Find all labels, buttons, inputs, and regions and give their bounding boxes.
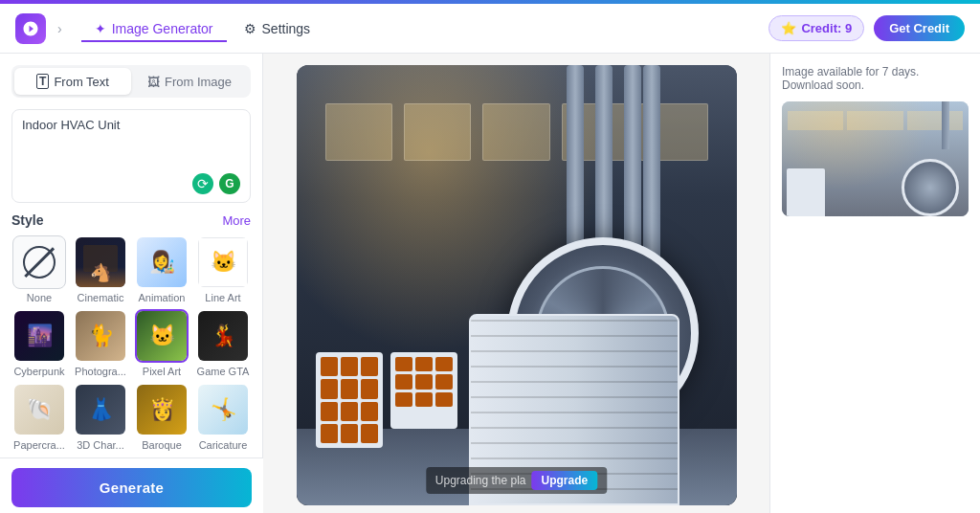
style-section: Style More None [11, 212, 251, 451]
style-name-3d-char: 3D Char... [77, 439, 124, 451]
main-image: Upgrading the pla Upgrade [297, 65, 737, 505]
style-item-papercraf[interactable]: 🐚 Papercra... [11, 383, 67, 451]
style-name-baroque: Baroque [142, 439, 182, 451]
hvac-box [316, 352, 383, 448]
style-thumb-papercraf: 🐚 [12, 383, 66, 436]
none-icon [23, 246, 56, 279]
style-name-cinematic: Cinematic [78, 292, 124, 303]
style-name-cyberpunk: Cyberpunk [13, 366, 64, 377]
prompt-area: ⟳ G [11, 109, 251, 203]
style-name-pixel-art: Pixel Art [143, 366, 181, 377]
style-thumb-3d-char: 👗 [74, 383, 127, 436]
style-item-3d-char[interactable]: 👗 3D Char... [73, 383, 128, 451]
style-item-baroque[interactable]: 👸 Baroque [134, 383, 189, 451]
breadcrumb-chevron: › [57, 21, 62, 36]
thumbnail-image[interactable] [782, 101, 969, 216]
credit-icon: ⭐ [781, 21, 796, 35]
style-item-caricature[interactable]: 🤸 Caricature [195, 383, 251, 451]
style-name-none: None [27, 292, 52, 303]
style-item-line-art[interactable]: 🐱 Line Art [195, 235, 251, 303]
style-header: Style More [11, 212, 251, 228]
windows [297, 103, 737, 161]
style-more-button[interactable]: More [222, 213, 251, 228]
image-gen-icon: ✦ [95, 21, 106, 36]
thumbnail-container [782, 101, 969, 216]
app-logo [15, 13, 46, 44]
generate-button[interactable]: Generate [11, 468, 252, 507]
topbar-right: ⭐ Credit: 9 Get Credit [768, 15, 965, 41]
grammar-icon[interactable]: G [219, 173, 240, 194]
pipe [595, 65, 612, 256]
prompt-icons: ⟳ G [22, 173, 240, 194]
style-thumb-game-gta: 💃 [196, 309, 250, 363]
style-item-cyberpunk[interactable]: 🌆 Cyberpunk [11, 309, 67, 377]
style-thumb-caricature: 🤸 [196, 383, 250, 436]
settings-icon: ⚙ [244, 21, 256, 36]
prompt-input[interactable] [22, 118, 240, 166]
pipe [643, 65, 660, 276]
tab-image-generator[interactable]: ✦ Image Generator [81, 15, 227, 42]
window-pane [404, 103, 471, 161]
style-item-none[interactable]: None [11, 235, 67, 303]
translate-icon[interactable]: ⟳ [192, 173, 213, 194]
style-name-line-art: Line Art [205, 292, 240, 303]
text-icon: T [36, 74, 49, 89]
style-name-game-gta: Game GTA [197, 366, 250, 377]
generate-btn-container: Generate [0, 457, 263, 513]
input-mode-tabs: T From Text 🖼 From Image [11, 65, 251, 98]
image-watermark: Upgrading the pla Upgrade [426, 467, 607, 494]
hvac-boxes [316, 352, 457, 448]
right-panel: Image available for 7 days. Download soo… [769, 54, 980, 513]
style-thumb-animation: 👩‍🎨 [135, 235, 189, 289]
hvac-image-bg [297, 65, 737, 505]
style-grid: None 🐴 Cinematic [11, 235, 251, 451]
style-item-animation[interactable]: 👩‍🎨 Animation [134, 235, 189, 303]
style-thumb-line-art: 🐱 [196, 235, 250, 289]
image-tab-icon: 🖼 [147, 75, 160, 89]
get-credit-button[interactable]: Get Credit [874, 15, 965, 41]
nav-tabs: ✦ Image Generator ⚙ Settings [81, 15, 323, 42]
thumb-hvac-bg [782, 101, 969, 216]
from-image-tab[interactable]: 🖼 From Image [131, 68, 248, 95]
window-pane [325, 103, 392, 161]
window-pane [482, 103, 549, 161]
topbar: › ✦ Image Generator ⚙ Settings ⭐ Credit:… [0, 4, 980, 54]
style-thumb-baroque: 👸 [135, 383, 189, 436]
download-notice: Image available for 7 days. Download soo… [782, 65, 969, 92]
tab-settings[interactable]: ⚙ Settings [231, 15, 324, 42]
style-name-papercraf: Papercra... [13, 439, 65, 451]
style-thumb-pixel-art: 🐱 [135, 309, 189, 363]
style-name-caricature: Caricature [199, 439, 248, 451]
watermark-text: Upgrading the pla [435, 474, 526, 487]
center-panel: Upgrading the pla Upgrade [263, 54, 769, 513]
style-thumb-none [12, 235, 66, 289]
left-panel: T From Text 🖼 From Image ⟳ G [0, 54, 263, 513]
from-text-tab[interactable]: T From Text [14, 68, 131, 95]
style-item-game-gta[interactable]: 💃 Game GTA [195, 309, 251, 377]
upgrade-button[interactable]: Upgrade [532, 471, 598, 490]
style-thumb-photographic: 🐈 [74, 309, 127, 363]
style-thumb-cyberpunk: 🌆 [12, 309, 66, 363]
style-thumb-cinematic: 🐴 [74, 235, 127, 289]
main-layout: T From Text 🖼 From Image ⟳ G [0, 54, 980, 513]
left-inner: T From Text 🖼 From Image ⟳ G [11, 65, 251, 513]
style-item-cinematic[interactable]: 🐴 Cinematic [73, 235, 128, 303]
hvac-box [390, 352, 457, 429]
accent-bar [0, 0, 980, 4]
style-item-photographic[interactable]: 🐈 Photogra... [73, 309, 128, 377]
style-label: Style [11, 212, 43, 228]
style-item-pixel-art[interactable]: 🐱 Pixel Art [134, 309, 189, 377]
style-name-photographic: Photogra... [75, 366, 126, 377]
style-name-animation: Animation [139, 292, 186, 303]
credit-badge[interactable]: ⭐ Credit: 9 [768, 15, 864, 41]
